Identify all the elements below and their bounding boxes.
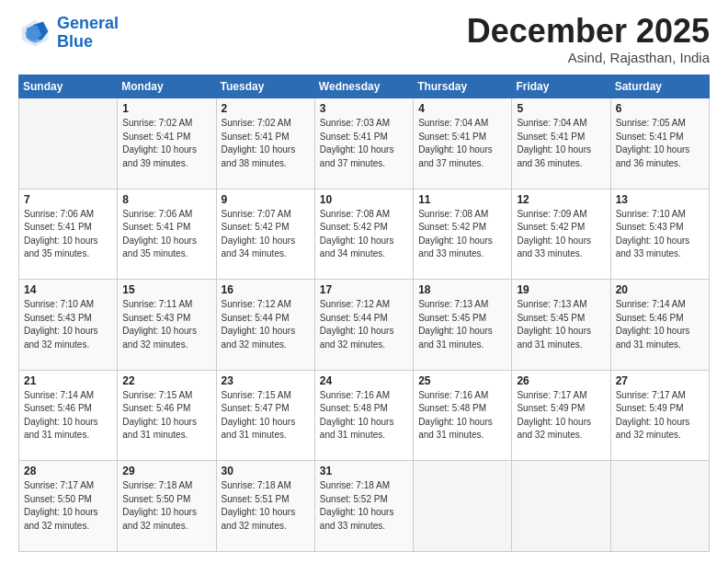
logo: General Blue [18, 15, 119, 52]
day-number: 30 [222, 465, 310, 477]
calendar-cell: 27Sunrise: 7:17 AMSunset: 5:49 PMDayligh… [610, 370, 709, 461]
cell-info: Sunrise: 7:10 AMSunset: 5:43 PMDaylight:… [24, 298, 112, 351]
cell-info: Sunrise: 7:02 AMSunset: 5:41 PMDaylight:… [222, 117, 310, 170]
day-number: 23 [222, 374, 310, 387]
cell-info: Sunrise: 7:10 AMSunset: 5:43 PMDaylight:… [616, 208, 704, 261]
calendar-cell: 25Sunrise: 7:16 AMSunset: 5:48 PMDayligh… [414, 370, 512, 461]
day-number: 22 [122, 374, 210, 387]
day-number: 12 [517, 193, 605, 206]
calendar-cell: 23Sunrise: 7:15 AMSunset: 5:47 PMDayligh… [216, 370, 314, 461]
calendar-cell: 15Sunrise: 7:11 AMSunset: 5:43 PMDayligh… [118, 280, 216, 371]
day-number: 29 [122, 465, 210, 477]
day-number: 11 [418, 193, 506, 206]
day-number: 28 [24, 465, 112, 477]
calendar-subtitle: Asind, Rajasthan, India [467, 50, 710, 65]
day-number: 21 [24, 374, 112, 387]
title-block: December 2025 Asind, Rajasthan, India [467, 15, 710, 65]
cell-info: Sunrise: 7:15 AMSunset: 5:47 PMDaylight:… [222, 389, 310, 442]
calendar-cell: 2Sunrise: 7:02 AMSunset: 5:41 PMDaylight… [216, 98, 314, 190]
calendar-cell: 17Sunrise: 7:12 AMSunset: 5:44 PMDayligh… [314, 280, 413, 371]
week-row-1: 7Sunrise: 7:06 AMSunset: 5:41 PMDaylight… [19, 189, 710, 280]
calendar-cell: 28Sunrise: 7:17 AMSunset: 5:50 PMDayligh… [19, 461, 118, 552]
cell-info: Sunrise: 7:11 AMSunset: 5:43 PMDaylight:… [122, 298, 210, 351]
day-number: 4 [418, 102, 506, 115]
day-number: 31 [320, 465, 408, 477]
page: General Blue December 2025 Asind, Rajast… [0, 0, 728, 563]
day-number: 18 [418, 283, 506, 296]
calendar-cell: 19Sunrise: 7:13 AMSunset: 5:45 PMDayligh… [512, 280, 610, 371]
day-number: 5 [517, 102, 605, 115]
cell-info: Sunrise: 7:03 AMSunset: 5:41 PMDaylight:… [320, 117, 408, 170]
cell-info: Sunrise: 7:04 AMSunset: 5:41 PMDaylight:… [418, 117, 506, 170]
day-number: 15 [122, 283, 210, 296]
cell-info: Sunrise: 7:04 AMSunset: 5:41 PMDaylight:… [517, 117, 605, 170]
calendar-cell: 11Sunrise: 7:08 AMSunset: 5:42 PMDayligh… [414, 189, 512, 280]
calendar-cell: 3Sunrise: 7:03 AMSunset: 5:41 PMDaylight… [314, 98, 413, 190]
week-row-4: 28Sunrise: 7:17 AMSunset: 5:50 PMDayligh… [19, 461, 710, 552]
cell-info: Sunrise: 7:09 AMSunset: 5:42 PMDaylight:… [517, 208, 605, 261]
header-cell-friday: Friday [512, 75, 610, 98]
calendar-table: SundayMondayTuesdayWednesdayThursdayFrid… [18, 75, 710, 552]
cell-info: Sunrise: 7:18 AMSunset: 5:51 PMDaylight:… [222, 479, 310, 533]
calendar-cell: 21Sunrise: 7:14 AMSunset: 5:46 PMDayligh… [19, 370, 118, 461]
calendar-cell: 9Sunrise: 7:07 AMSunset: 5:42 PMDaylight… [216, 189, 314, 280]
calendar-cell: 16Sunrise: 7:12 AMSunset: 5:44 PMDayligh… [216, 280, 314, 371]
day-number: 1 [122, 102, 210, 115]
cell-info: Sunrise: 7:06 AMSunset: 5:41 PMDaylight:… [122, 208, 210, 261]
calendar-cell: 13Sunrise: 7:10 AMSunset: 5:43 PMDayligh… [610, 189, 709, 280]
cell-info: Sunrise: 7:14 AMSunset: 5:46 PMDaylight:… [616, 298, 704, 351]
day-number: 9 [222, 193, 310, 206]
calendar-header: SundayMondayTuesdayWednesdayThursdayFrid… [19, 75, 710, 98]
calendar-cell: 5Sunrise: 7:04 AMSunset: 5:41 PMDaylight… [512, 98, 610, 190]
cell-info: Sunrise: 7:07 AMSunset: 5:42 PMDaylight:… [222, 208, 310, 261]
calendar-cell: 12Sunrise: 7:09 AMSunset: 5:42 PMDayligh… [512, 189, 610, 280]
header-cell-thursday: Thursday [414, 75, 512, 98]
calendar-cell: 8Sunrise: 7:06 AMSunset: 5:41 PMDaylight… [118, 189, 216, 280]
day-number: 14 [24, 283, 112, 296]
calendar-cell: 24Sunrise: 7:16 AMSunset: 5:48 PMDayligh… [314, 370, 413, 461]
logo-line1: General [57, 14, 119, 32]
cell-info: Sunrise: 7:12 AMSunset: 5:44 PMDaylight:… [222, 298, 310, 351]
day-number: 26 [517, 374, 605, 387]
cell-info: Sunrise: 7:16 AMSunset: 5:48 PMDaylight:… [320, 389, 408, 442]
cell-info: Sunrise: 7:17 AMSunset: 5:49 PMDaylight:… [616, 389, 704, 442]
day-number: 25 [418, 374, 506, 387]
calendar-cell [610, 461, 709, 552]
header-row: SundayMondayTuesdayWednesdayThursdayFrid… [19, 75, 710, 98]
header-cell-wednesday: Wednesday [314, 75, 413, 98]
day-number: 10 [320, 193, 408, 206]
day-number: 27 [616, 374, 704, 387]
calendar-cell: 31Sunrise: 7:18 AMSunset: 5:52 PMDayligh… [314, 461, 413, 552]
day-number: 17 [320, 283, 408, 296]
cell-info: Sunrise: 7:08 AMSunset: 5:42 PMDaylight:… [320, 208, 408, 261]
week-row-3: 21Sunrise: 7:14 AMSunset: 5:46 PMDayligh… [19, 370, 710, 461]
calendar-cell: 6Sunrise: 7:05 AMSunset: 5:41 PMDaylight… [610, 98, 709, 190]
day-number: 8 [122, 193, 210, 206]
cell-info: Sunrise: 7:14 AMSunset: 5:46 PMDaylight:… [24, 389, 112, 442]
calendar-cell [414, 461, 512, 552]
cell-info: Sunrise: 7:18 AMSunset: 5:52 PMDaylight:… [320, 479, 408, 533]
day-number: 19 [517, 283, 605, 296]
calendar-cell: 22Sunrise: 7:15 AMSunset: 5:46 PMDayligh… [118, 370, 216, 461]
cell-info: Sunrise: 7:13 AMSunset: 5:45 PMDaylight:… [517, 298, 605, 351]
calendar-cell: 14Sunrise: 7:10 AMSunset: 5:43 PMDayligh… [19, 280, 118, 371]
header-cell-monday: Monday [118, 75, 216, 98]
day-number: 20 [616, 283, 704, 296]
calendar-title: December 2025 [467, 15, 710, 48]
cell-info: Sunrise: 7:17 AMSunset: 5:50 PMDaylight:… [24, 479, 112, 533]
calendar-cell [512, 461, 610, 552]
calendar-cell: 4Sunrise: 7:04 AMSunset: 5:41 PMDaylight… [414, 98, 512, 190]
calendar-cell: 1Sunrise: 7:02 AMSunset: 5:41 PMDaylight… [118, 98, 216, 190]
header-cell-sunday: Sunday [19, 75, 118, 98]
day-number: 24 [320, 374, 408, 387]
header-cell-saturday: Saturday [610, 75, 709, 98]
logo-icon [18, 17, 51, 50]
calendar-body: 1Sunrise: 7:02 AMSunset: 5:41 PMDaylight… [19, 98, 710, 552]
cell-info: Sunrise: 7:08 AMSunset: 5:42 PMDaylight:… [418, 208, 506, 261]
calendar-cell: 26Sunrise: 7:17 AMSunset: 5:49 PMDayligh… [512, 370, 610, 461]
day-number: 6 [616, 102, 704, 115]
logo-text: General Blue [57, 15, 119, 52]
calendar-cell: 29Sunrise: 7:18 AMSunset: 5:50 PMDayligh… [118, 461, 216, 552]
week-row-0: 1Sunrise: 7:02 AMSunset: 5:41 PMDaylight… [19, 98, 710, 190]
day-number: 7 [24, 193, 112, 206]
